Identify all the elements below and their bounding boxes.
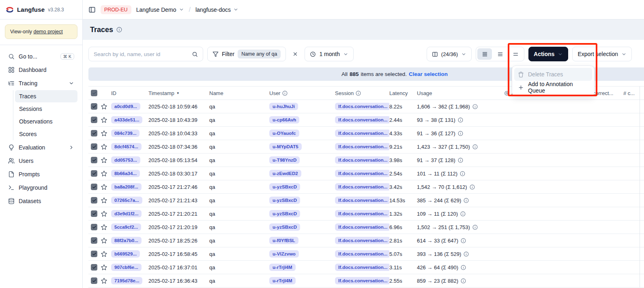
session-badge[interactable]: lf.docs.conversation... — [335, 197, 389, 204]
sidebar-item-playground[interactable]: Playground — [5, 181, 77, 194]
table-row[interactable]: ba8a208f...2025-02-17 21:27:46qau-yzSBxc… — [88, 180, 644, 194]
trace-id-badge[interactable]: 88f2a7b0... — [111, 237, 142, 244]
star-icon[interactable] — [101, 103, 107, 110]
star-icon[interactable] — [101, 264, 107, 271]
star-icon[interactable] — [101, 224, 107, 231]
session-badge[interactable]: lf.docs.conversation... — [335, 237, 389, 244]
clear-filter-button[interactable] — [290, 49, 301, 59]
table-row[interactable]: dd05753...2025-02-18 05:13:54qau-T98YnzD… — [88, 154, 644, 167]
time-range-button[interactable]: 1 month — [305, 47, 354, 61]
sidebar-item-tracing[interactable]: Tracing — [5, 77, 77, 90]
table-row[interactable]: 07265c7a...2025-02-17 21:21:43qau-yzSBxc… — [88, 194, 644, 207]
user-badge[interactable]: u-MYpDAT5 — [269, 143, 302, 150]
user-badge[interactable]: u-zEwdED2 — [269, 170, 301, 177]
row-checkbox[interactable] — [91, 143, 97, 150]
trace-id-badge[interactable]: d3e9d1f2... — [111, 210, 142, 217]
row-checkbox[interactable] — [91, 170, 97, 177]
row-checkbox[interactable] — [91, 103, 97, 110]
session-badge[interactable]: lf.docs.conversation... — [335, 223, 389, 231]
user-badge[interactable]: u-yzSBxcD — [269, 197, 300, 204]
user-badge[interactable]: u-rTrjl4M — [269, 277, 296, 284]
column-header-latency[interactable]: Latency — [389, 90, 417, 96]
export-selection-button[interactable]: Export selection — [572, 47, 632, 61]
project-breadcrumb[interactable]: langfuse-docs — [195, 6, 238, 13]
row-height-compact-button[interactable] — [477, 48, 492, 60]
session-badge[interactable]: lf.docs.conversation... — [335, 277, 389, 284]
user-badge[interactable]: u-yzSBxcD — [269, 223, 300, 231]
table-row[interactable]: 5cca9cf2...2025-02-17 21:20:19qau-yzSBxc… — [88, 221, 644, 234]
trace-id-badge[interactable]: 7195d78e... — [111, 277, 142, 284]
session-badge[interactable]: lf.docs.conversation... — [335, 210, 389, 217]
column-header-id[interactable]: ID — [111, 90, 148, 96]
row-checkbox[interactable] — [91, 277, 97, 284]
user-badge[interactable]: u-cp66Avh — [269, 116, 299, 123]
trace-id-badge[interactable]: b669529... — [111, 250, 140, 258]
user-badge[interactable]: u-huJhuJi — [269, 103, 298, 110]
clear-selection-link[interactable]: Clear selection — [409, 71, 448, 77]
table-row[interactable]: 88f2a7b0...2025-02-17 18:25:26qau-f0YfBS… — [88, 234, 644, 247]
column-header-user[interactable]: User — [269, 90, 335, 96]
column-header-timestamp[interactable]: Timestamp▼ — [148, 90, 209, 96]
column-header-c[interactable]: # c... — [623, 90, 644, 96]
column-header-session[interactable]: Session — [335, 90, 389, 96]
trace-id-badge[interactable]: a433de51... — [111, 116, 142, 123]
trace-id-badge[interactable]: 084c739... — [111, 130, 140, 137]
row-checkbox[interactable] — [91, 264, 97, 271]
search-icon[interactable] — [192, 51, 198, 57]
row-checkbox[interactable] — [91, 117, 97, 123]
actions-button[interactable]: Actions — [528, 47, 568, 61]
column-visibility-button[interactable]: (24/36) — [427, 47, 472, 61]
star-icon[interactable] — [101, 130, 107, 137]
trace-id-badge[interactable]: 8b66a34... — [111, 170, 140, 177]
user-badge[interactable]: u-yzSBxcD — [269, 183, 300, 191]
table-row[interactable]: a0cd0d9...2025-02-18 10:59:46qau-huJhuJi… — [88, 100, 644, 113]
trace-id-badge[interactable]: 5cca9cf2... — [111, 223, 141, 231]
session-badge[interactable]: lf.docs.conversation... — [335, 143, 389, 150]
column-header-usage[interactable]: Usage — [417, 90, 504, 96]
sidebar-toggle-icon[interactable] — [88, 6, 96, 13]
table-row[interactable]: 084c739...2025-02-18 10:04:33qau-OYauofc… — [88, 127, 644, 140]
table-row[interactable]: 8b66a34...2025-02-18 03:30:17qau-zEwdED2… — [88, 167, 644, 180]
row-checkbox[interactable] — [91, 237, 97, 244]
sidebar-item-observations[interactable]: Observations — [15, 115, 77, 128]
column-header-name[interactable]: Name — [209, 90, 269, 96]
star-icon[interactable] — [101, 277, 107, 284]
sidebar-item-scores[interactable]: Scores — [15, 128, 77, 140]
session-badge[interactable]: lf.docs.conversation... — [335, 183, 389, 191]
trace-id-badge[interactable]: a0cd0d9... — [111, 103, 140, 110]
row-checkbox[interactable] — [91, 210, 97, 217]
menu-item-add-to-annotation-queue[interactable]: Add to Annotation Queue — [514, 81, 592, 94]
user-badge[interactable]: u-T98YnzD — [269, 156, 300, 164]
table-row[interactable]: 8dcf4574...2025-02-18 07:34:36qau-MYpDAT… — [88, 140, 644, 154]
table-row[interactable]: 7195d78e...2025-02-17 16:36:43qau-rTrjl4… — [88, 274, 644, 288]
row-height-tall-button[interactable] — [508, 48, 523, 60]
sidebar-item-evaluation[interactable]: Evaluation — [5, 141, 77, 154]
user-badge[interactable]: u-yzSBxcD — [269, 210, 300, 217]
star-icon[interactable] — [101, 143, 107, 150]
table-row[interactable]: b669529...2025-02-17 16:58:45qau-VlZzvwo… — [88, 247, 644, 261]
table-row[interactable]: d3e9d1f2...2025-02-17 21:20:21qau-yzSBxc… — [88, 207, 644, 221]
row-checkbox[interactable] — [91, 130, 97, 136]
trace-id-badge[interactable]: 8dcf4574... — [111, 143, 142, 150]
table-row[interactable]: 907cbf6e...2025-02-17 16:37:01qau-rTrjl4… — [88, 261, 644, 274]
table-row[interactable]: a433de51...2025-02-18 10:43:39qau-cp66Av… — [88, 113, 644, 127]
row-checkbox[interactable] — [91, 197, 97, 204]
search-input[interactable] — [89, 51, 189, 57]
sidebar-item-users[interactable]: Users — [5, 154, 77, 167]
demo-project-link[interactable]: demo project — [33, 29, 62, 35]
session-badge[interactable]: lf.docs.conversation... — [335, 170, 389, 177]
session-badge[interactable]: lf.docs.conversation... — [335, 103, 389, 110]
user-badge[interactable]: u-OYauofc — [269, 130, 299, 137]
row-checkbox[interactable] — [91, 157, 97, 163]
trace-id-badge[interactable]: ba8a208f... — [111, 183, 142, 191]
sidebar-item-sessions[interactable]: Sessions — [15, 103, 77, 115]
row-checkbox[interactable] — [91, 251, 97, 257]
user-badge[interactable]: u-rTrjl4M — [269, 264, 296, 271]
sidebar-item-datasets[interactable]: Datasets — [5, 195, 77, 208]
table-scrollbar[interactable] — [640, 86, 640, 288]
row-checkbox[interactable] — [91, 184, 97, 190]
star-icon[interactable] — [101, 157, 107, 164]
sidebar-item-go-to[interactable]: Go to...⌘ K — [5, 50, 77, 63]
sidebar-item-dashboard[interactable]: Dashboard — [5, 63, 77, 76]
star-icon[interactable] — [101, 170, 107, 177]
